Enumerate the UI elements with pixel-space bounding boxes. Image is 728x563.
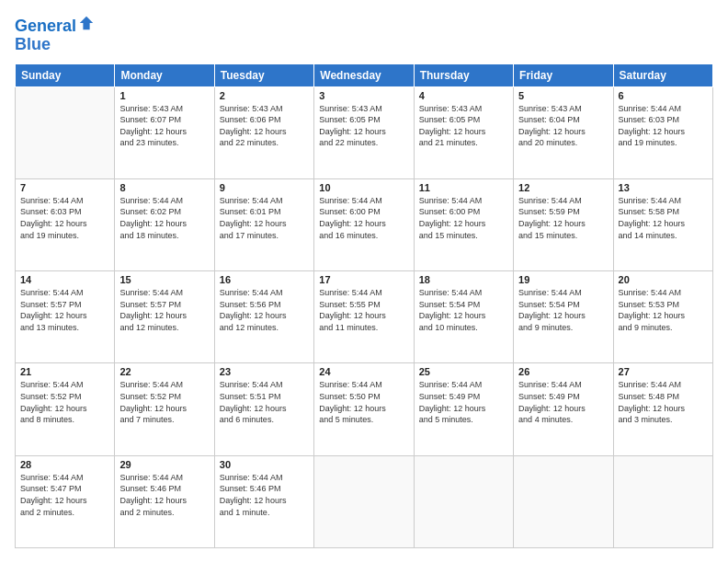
day-info: Sunrise: 5:44 AM Sunset: 5:54 PM Dayligh… (419, 287, 508, 333)
day-number: 25 (419, 366, 508, 377)
calendar-cell: 28Sunrise: 5:44 AM Sunset: 5:47 PM Dayli… (16, 455, 115, 547)
day-number: 3 (319, 90, 408, 101)
calendar-cell: 7Sunrise: 5:44 AM Sunset: 6:03 PM Daylig… (16, 178, 115, 270)
calendar-body: 1Sunrise: 5:43 AM Sunset: 6:07 PM Daylig… (16, 86, 713, 547)
calendar-cell: 2Sunrise: 5:43 AM Sunset: 6:06 PM Daylig… (214, 86, 313, 178)
day-info: Sunrise: 5:43 AM Sunset: 6:05 PM Dayligh… (319, 103, 408, 149)
page: General Blue SundayMondayTuesdayWednesda… (0, 0, 728, 563)
calendar-cell: 25Sunrise: 5:44 AM Sunset: 5:49 PM Dayli… (414, 363, 513, 455)
logo-blue: Blue (15, 35, 51, 53)
day-info: Sunrise: 5:44 AM Sunset: 5:56 PM Dayligh… (220, 287, 309, 333)
weekday-row: SundayMondayTuesdayWednesdayThursdayFrid… (16, 63, 713, 86)
day-number: 26 (518, 366, 608, 377)
day-info: Sunrise: 5:44 AM Sunset: 5:52 PM Dayligh… (20, 379, 109, 425)
calendar-cell: 11Sunrise: 5:44 AM Sunset: 6:00 PM Dayli… (414, 178, 513, 270)
day-info: Sunrise: 5:44 AM Sunset: 6:00 PM Dayligh… (319, 195, 408, 241)
calendar-week-row: 28Sunrise: 5:44 AM Sunset: 5:47 PM Dayli… (16, 455, 713, 547)
calendar-cell: 23Sunrise: 5:44 AM Sunset: 5:51 PM Dayli… (214, 363, 313, 455)
calendar-cell (414, 455, 513, 547)
day-info: Sunrise: 5:44 AM Sunset: 5:51 PM Dayligh… (220, 379, 309, 425)
calendar-cell: 14Sunrise: 5:44 AM Sunset: 5:57 PM Dayli… (16, 271, 115, 363)
day-number: 18 (419, 274, 508, 285)
weekday-header-tuesday: Tuesday (214, 63, 313, 86)
calendar-header: SundayMondayTuesdayWednesdayThursdayFrid… (16, 63, 713, 86)
day-number: 22 (119, 366, 209, 377)
calendar-cell: 1Sunrise: 5:43 AM Sunset: 6:07 PM Daylig… (115, 86, 214, 178)
day-info: Sunrise: 5:44 AM Sunset: 5:52 PM Dayligh… (119, 379, 209, 425)
weekday-header-friday: Friday (514, 63, 613, 86)
calendar-cell: 29Sunrise: 5:44 AM Sunset: 5:46 PM Dayli… (115, 455, 214, 547)
day-info: Sunrise: 5:44 AM Sunset: 5:57 PM Dayligh… (20, 287, 109, 333)
day-info: Sunrise: 5:43 AM Sunset: 6:07 PM Dayligh… (119, 103, 209, 149)
calendar-cell: 18Sunrise: 5:44 AM Sunset: 5:54 PM Dayli… (414, 271, 513, 363)
weekday-header-thursday: Thursday (414, 63, 513, 86)
calendar-cell (314, 455, 414, 547)
calendar-table: SundayMondayTuesdayWednesdayThursdayFrid… (15, 63, 713, 548)
logo-text: General Blue (15, 15, 95, 54)
calendar-cell: 19Sunrise: 5:44 AM Sunset: 5:54 PM Dayli… (514, 271, 613, 363)
calendar-cell: 30Sunrise: 5:44 AM Sunset: 5:46 PM Dayli… (214, 455, 313, 547)
day-number: 14 (20, 274, 109, 285)
day-info: Sunrise: 5:44 AM Sunset: 5:48 PM Dayligh… (619, 379, 708, 425)
day-info: Sunrise: 5:44 AM Sunset: 5:47 PM Dayligh… (20, 472, 109, 518)
day-info: Sunrise: 5:43 AM Sunset: 6:04 PM Dayligh… (518, 103, 608, 149)
day-info: Sunrise: 5:44 AM Sunset: 5:55 PM Dayligh… (319, 287, 408, 333)
calendar-cell: 3Sunrise: 5:43 AM Sunset: 6:05 PM Daylig… (314, 86, 414, 178)
day-info: Sunrise: 5:44 AM Sunset: 5:46 PM Dayligh… (220, 472, 309, 518)
calendar-cell: 27Sunrise: 5:44 AM Sunset: 5:48 PM Dayli… (613, 363, 712, 455)
day-number: 17 (319, 274, 408, 285)
calendar-cell: 9Sunrise: 5:44 AM Sunset: 6:01 PM Daylig… (214, 178, 313, 270)
calendar-cell: 21Sunrise: 5:44 AM Sunset: 5:52 PM Dayli… (16, 363, 115, 455)
day-number: 2 (220, 90, 309, 101)
calendar-cell: 13Sunrise: 5:44 AM Sunset: 5:58 PM Dayli… (613, 178, 712, 270)
calendar-cell: 10Sunrise: 5:44 AM Sunset: 6:00 PM Dayli… (314, 178, 414, 270)
calendar-week-row: 7Sunrise: 5:44 AM Sunset: 6:03 PM Daylig… (16, 178, 713, 270)
day-info: Sunrise: 5:44 AM Sunset: 5:49 PM Dayligh… (419, 379, 508, 425)
calendar-week-row: 14Sunrise: 5:44 AM Sunset: 5:57 PM Dayli… (16, 271, 713, 363)
calendar-cell (514, 455, 613, 547)
calendar-cell (613, 455, 712, 547)
header: General Blue (15, 15, 713, 54)
day-info: Sunrise: 5:44 AM Sunset: 5:54 PM Dayligh… (518, 287, 608, 333)
calendar-cell: 16Sunrise: 5:44 AM Sunset: 5:56 PM Dayli… (214, 271, 313, 363)
day-info: Sunrise: 5:44 AM Sunset: 6:01 PM Dayligh… (220, 195, 309, 241)
day-number: 5 (518, 90, 608, 101)
calendar-cell: 17Sunrise: 5:44 AM Sunset: 5:55 PM Dayli… (314, 271, 414, 363)
calendar-cell: 4Sunrise: 5:43 AM Sunset: 6:05 PM Daylig… (414, 86, 513, 178)
day-info: Sunrise: 5:44 AM Sunset: 5:53 PM Dayligh… (619, 287, 708, 333)
day-info: Sunrise: 5:44 AM Sunset: 6:03 PM Dayligh… (619, 103, 708, 149)
day-info: Sunrise: 5:44 AM Sunset: 5:46 PM Dayligh… (119, 472, 209, 518)
day-number: 28 (20, 459, 109, 470)
day-info: Sunrise: 5:44 AM Sunset: 6:03 PM Dayligh… (20, 195, 109, 241)
day-number: 20 (619, 274, 708, 285)
day-number: 27 (619, 366, 708, 377)
weekday-header-sunday: Sunday (16, 63, 115, 86)
day-info: Sunrise: 5:44 AM Sunset: 6:00 PM Dayligh… (419, 195, 508, 241)
day-number: 30 (220, 459, 309, 470)
weekday-header-monday: Monday (115, 63, 214, 86)
calendar-cell: 24Sunrise: 5:44 AM Sunset: 5:50 PM Dayli… (314, 363, 414, 455)
calendar-week-row: 21Sunrise: 5:44 AM Sunset: 5:52 PM Dayli… (16, 363, 713, 455)
day-number: 19 (518, 274, 608, 285)
day-info: Sunrise: 5:44 AM Sunset: 5:59 PM Dayligh… (518, 195, 608, 241)
calendar-cell: 8Sunrise: 5:44 AM Sunset: 6:02 PM Daylig… (115, 178, 214, 270)
day-number: 6 (619, 90, 708, 101)
weekday-header-wednesday: Wednesday (314, 63, 414, 86)
logo: General Blue (15, 15, 95, 54)
day-number: 29 (119, 459, 209, 470)
day-info: Sunrise: 5:44 AM Sunset: 6:02 PM Dayligh… (119, 195, 209, 241)
calendar-cell: 20Sunrise: 5:44 AM Sunset: 5:53 PM Dayli… (613, 271, 712, 363)
day-number: 16 (220, 274, 309, 285)
day-info: Sunrise: 5:44 AM Sunset: 5:49 PM Dayligh… (518, 379, 608, 425)
day-number: 15 (119, 274, 209, 285)
day-number: 13 (619, 182, 708, 193)
calendar-cell: 26Sunrise: 5:44 AM Sunset: 5:49 PM Dayli… (514, 363, 613, 455)
day-info: Sunrise: 5:43 AM Sunset: 6:06 PM Dayligh… (220, 103, 309, 149)
calendar-cell: 6Sunrise: 5:44 AM Sunset: 6:03 PM Daylig… (613, 86, 712, 178)
day-info: Sunrise: 5:44 AM Sunset: 5:50 PM Dayligh… (319, 379, 408, 425)
day-number: 9 (220, 182, 309, 193)
calendar-cell: 22Sunrise: 5:44 AM Sunset: 5:52 PM Dayli… (115, 363, 214, 455)
calendar-cell: 15Sunrise: 5:44 AM Sunset: 5:57 PM Dayli… (115, 271, 214, 363)
calendar-cell: 5Sunrise: 5:43 AM Sunset: 6:04 PM Daylig… (514, 86, 613, 178)
calendar-week-row: 1Sunrise: 5:43 AM Sunset: 6:07 PM Daylig… (16, 86, 713, 178)
